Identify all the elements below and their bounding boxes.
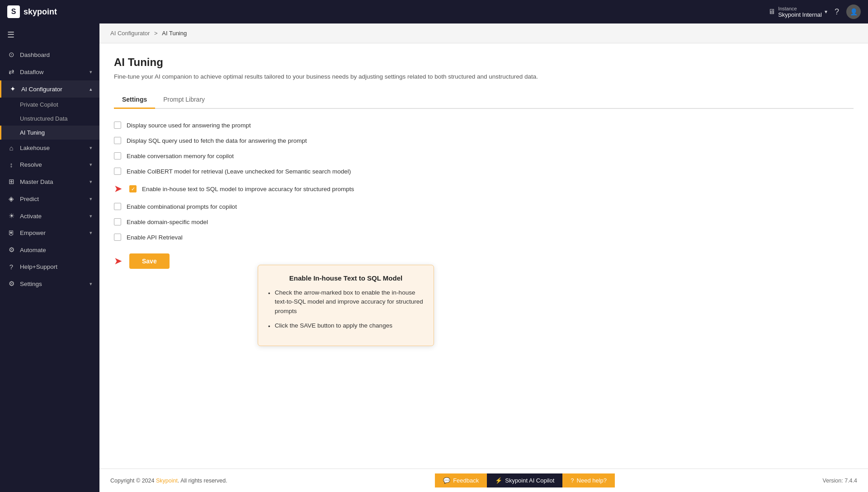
ai-configurator-icon: ✦	[9, 85, 17, 93]
tooltip-bullet-text-1: Check the arrow-marked box to enable the…	[275, 288, 424, 316]
sidebar-subitem-private-copilot[interactable]: Private Copilot	[0, 98, 99, 112]
topnav-right: 🖥 Instance Skypoint Internal ▾ ? 👤	[768, 5, 861, 19]
tooltip-title: Enable In-house Text to SQL Model	[268, 274, 424, 282]
sidebar-item-ai-configurator[interactable]: ✦ AI Configurator ▴	[0, 80, 99, 98]
setting-row-enable-combinational: Enable combinational prompts for copilot	[114, 203, 854, 210]
sidebar-subitem-unstructured-data[interactable]: Unstructured Data	[0, 112, 99, 126]
checkbox-enable-memory[interactable]	[114, 152, 121, 159]
checkbox-display-source[interactable]	[114, 122, 121, 129]
checkbox-enable-combinational[interactable]	[114, 203, 121, 210]
instance-name: Skypoint Internal	[778, 11, 822, 18]
topnav-left: S skypoint	[7, 5, 57, 18]
sidebar-item-settings[interactable]: ⚙ Settings ▾	[0, 275, 99, 292]
chevron-down-icon: ▾	[90, 69, 92, 75]
master-data-icon: ⊞	[7, 178, 15, 186]
setting-label-enable-inhouse: Enable in-house text to SQL model to imp…	[142, 186, 354, 192]
feedback-icon: 💬	[443, 477, 450, 484]
sidebar-item-label: Automate	[20, 247, 92, 253]
tooltip-bullet-2: • Click the SAVE button to apply the cha…	[268, 321, 424, 331]
tab-settings[interactable]: Settings	[114, 92, 155, 109]
dashboard-icon: ⊙	[7, 51, 15, 59]
instance-info: Instance Skypoint Internal	[778, 6, 822, 18]
sidebar-item-label: Lakehouse	[20, 145, 85, 151]
sidebar-item-label: Master Data	[20, 178, 85, 185]
sidebar-item-automate[interactable]: ⚙ Automate	[0, 241, 99, 258]
chevron-down-icon: ▾	[90, 213, 92, 219]
hamburger-icon[interactable]: ☰	[0, 23, 99, 46]
checkbox-enable-inhouse[interactable]: ✓	[129, 185, 137, 192]
breadcrumb-current: AI Tuning	[162, 30, 187, 37]
sidebar-item-label: Settings	[20, 281, 85, 287]
tooltip-box: Enable In-house Text to SQL Model • Chec…	[258, 265, 434, 346]
checkbox-enable-colbert[interactable]	[114, 168, 121, 175]
main-content: AI Configurator > AI Tuning AI Tuning Fi…	[99, 23, 868, 492]
sidebar-item-lakehouse[interactable]: ⌂ Lakehouse ▾	[0, 140, 99, 156]
setting-label-enable-domain: Enable domain-specific model	[127, 219, 208, 225]
copilot-button[interactable]: ⚡ Skypoint AI Copilot	[487, 473, 562, 487]
help-icon[interactable]: ?	[835, 7, 839, 17]
tabs: Settings Prompt Library	[114, 92, 854, 109]
needhelp-button[interactable]: ? Need help?	[562, 473, 615, 487]
logo-s-icon: S	[7, 5, 20, 18]
checkbox-enable-domain[interactable]	[114, 218, 121, 225]
instance-icon: 🖥	[768, 8, 775, 16]
tab-prompt-library[interactable]: Prompt Library	[155, 92, 213, 109]
sidebar-item-dashboard[interactable]: ⊙ Dashboard	[0, 46, 99, 63]
sidebar-item-resolve[interactable]: ↕ Resolve ▾	[0, 156, 99, 173]
sidebar-item-label: Dashboard	[20, 52, 92, 58]
setting-row-enable-inhouse: ➤ ✓ Enable in-house text to SQL model to…	[114, 183, 854, 195]
instance-label: Instance	[778, 6, 822, 11]
sidebar-item-dataflow[interactable]: ⇄ Dataflow ▾	[0, 63, 99, 80]
avatar[interactable]: 👤	[846, 5, 861, 19]
checkbox-enable-api[interactable]	[114, 234, 121, 241]
breadcrumb: AI Configurator > AI Tuning	[99, 23, 868, 43]
sidebar-item-label: Activate	[20, 213, 85, 220]
sidebar-item-empower[interactable]: ⛨ Empower ▾	[0, 225, 99, 241]
subitem-label: AI Tuning	[20, 129, 45, 136]
instance-chevron-icon[interactable]: ▾	[825, 9, 827, 15]
sidebar-item-master-data[interactable]: ⊞ Master Data ▾	[0, 173, 99, 190]
sidebar-item-predict[interactable]: ◈ Predict ▾	[0, 190, 99, 207]
breadcrumb-separator: >	[154, 30, 158, 37]
lakehouse-icon: ⌂	[7, 144, 15, 152]
page-area: AI Tuning Fine-tune your AI companion to…	[99, 43, 868, 469]
setting-label-enable-memory: Enable conversation memory for copilot	[127, 153, 234, 159]
copilot-icon: ⚡	[495, 477, 502, 484]
sidebar-item-activate[interactable]: ☀ Activate ▾	[0, 207, 99, 225]
save-button[interactable]: Save	[129, 253, 170, 269]
setting-label-enable-api: Enable API Retrieval	[127, 234, 183, 241]
breadcrumb-parent[interactable]: AI Configurator	[110, 30, 150, 37]
sidebar-item-label: Dataflow	[20, 69, 85, 75]
setting-row-display-source: Display source used for answering the pr…	[114, 122, 854, 129]
activate-icon: ☀	[7, 212, 15, 220]
settings-icon: ⚙	[7, 280, 15, 288]
checkbox-display-sql[interactable]	[114, 137, 121, 144]
sidebar-item-label: Predict	[20, 196, 85, 202]
bullet-icon: •	[268, 289, 270, 298]
chevron-down-icon: ▾	[90, 145, 92, 151]
feedback-button[interactable]: 💬 Feedback	[435, 473, 487, 487]
needhelp-icon: ?	[571, 477, 574, 484]
save-arrow-icon: ➤	[114, 255, 122, 267]
chevron-down-icon: ▾	[90, 281, 92, 287]
chevron-down-icon: ▾	[90, 179, 92, 185]
setting-label-display-source: Display source used for answering the pr…	[127, 122, 251, 129]
sidebar-subitem-ai-tuning[interactable]: AI Tuning	[0, 126, 99, 140]
chevron-down-icon: ▾	[90, 162, 92, 168]
page-subtitle: Fine-tune your AI companion to achieve o…	[114, 72, 854, 81]
app-body: ☰ ⊙ Dashboard ⇄ Dataflow ▾ ✦ AI Configur…	[0, 23, 868, 492]
sidebar-item-label: AI Configurator	[21, 86, 85, 93]
save-btn-row: ➤ Save	[114, 253, 854, 269]
setting-label-enable-colbert: Enable ColBERT model for retrieval (Leav…	[127, 168, 351, 175]
automate-icon: ⚙	[7, 246, 15, 254]
skypoint-link[interactable]: Skypoint	[156, 478, 178, 484]
sidebar: ☰ ⊙ Dashboard ⇄ Dataflow ▾ ✦ AI Configur…	[0, 23, 99, 492]
instance-block[interactable]: 🖥 Instance Skypoint Internal ▾	[768, 6, 827, 18]
sidebar-item-help-support[interactable]: ? Help+Support	[0, 258, 99, 275]
setting-row-enable-api: Enable API Retrieval	[114, 234, 854, 241]
footer-version: Version: 7.4.4	[823, 478, 857, 484]
bullet-icon: •	[268, 322, 270, 331]
logo[interactable]: S skypoint	[7, 5, 57, 18]
predict-icon: ◈	[7, 195, 15, 203]
topnav: S skypoint 🖥 Instance Skypoint Internal …	[0, 0, 868, 23]
